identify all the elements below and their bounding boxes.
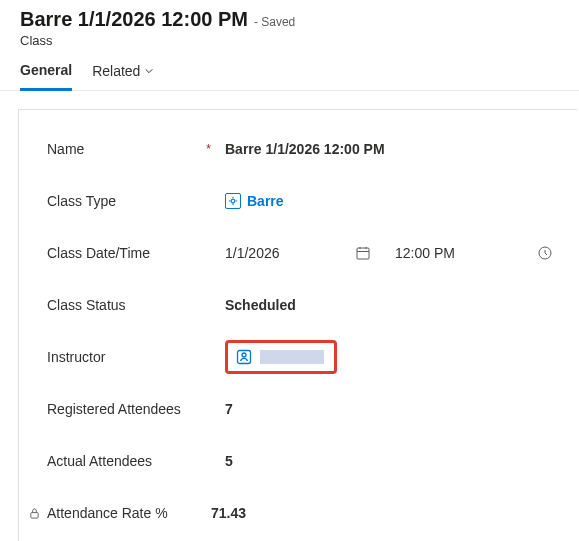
name-value: Barre 1/1/2026 12:00 PM (225, 141, 553, 157)
field-attendance-rate[interactable]: Attendance Rate % 71.43 (47, 496, 553, 530)
entity-name: Class (20, 33, 559, 48)
page-title: Barre 1/1/2026 12:00 PM (20, 8, 248, 31)
class-status-label: Class Status (47, 297, 126, 313)
registered-label: Registered Attendees (47, 401, 181, 417)
field-registered-attendees[interactable]: Registered Attendees 7 (47, 392, 553, 426)
actual-label: Actual Attendees (47, 453, 152, 469)
chevron-down-icon (144, 66, 154, 76)
tab-general[interactable]: General (20, 62, 72, 91)
date-value[interactable]: 1/1/2026 (225, 245, 355, 261)
tab-general-label: General (20, 62, 72, 78)
required-indicator: * (206, 142, 211, 156)
class-status-value: Scheduled (225, 297, 553, 313)
tab-related[interactable]: Related (92, 62, 154, 90)
instructor-highlight (225, 340, 337, 374)
lock-icon (29, 507, 43, 520)
field-instructor[interactable]: Instructor (47, 340, 553, 374)
svg-point-7 (242, 353, 246, 357)
field-class-status[interactable]: Class Status Scheduled (47, 288, 553, 322)
class-type-value: Barre (247, 193, 284, 209)
tab-list: General Related (0, 48, 579, 91)
class-datetime-label: Class Date/Time (47, 245, 150, 261)
time-value[interactable]: 12:00 PM (395, 245, 485, 261)
registered-value: 7 (225, 401, 553, 417)
class-type-label: Class Type (47, 193, 116, 209)
entity-icon (225, 193, 241, 209)
actual-value: 5 (225, 453, 553, 469)
svg-point-0 (231, 199, 235, 203)
field-actual-attendees[interactable]: Actual Attendees 5 (47, 444, 553, 478)
instructor-value-redacted[interactable] (260, 350, 324, 364)
form-header: Barre 1/1/2026 12:00 PM - Saved Class (0, 0, 579, 48)
instructor-label: Instructor (47, 349, 105, 365)
name-label: Name (47, 141, 84, 157)
clock-icon[interactable] (537, 245, 553, 261)
rate-value: 71.43 (211, 505, 553, 521)
tab-related-label: Related (92, 63, 140, 79)
field-name[interactable]: Name * Barre 1/1/2026 12:00 PM (47, 132, 553, 166)
svg-rect-8 (31, 512, 38, 518)
save-status: - Saved (254, 15, 295, 29)
field-class-datetime[interactable]: Class Date/Time 1/1/2026 12:00 PM (47, 236, 553, 270)
field-class-type[interactable]: Class Type Barre (47, 184, 553, 218)
calendar-icon[interactable] (355, 245, 371, 261)
class-type-lookup[interactable]: Barre (225, 193, 284, 209)
svg-rect-1 (357, 248, 369, 259)
rate-label: Attendance Rate % (47, 505, 168, 521)
form-body: Name * Barre 1/1/2026 12:00 PM Class Typ… (18, 109, 577, 541)
person-icon (236, 349, 252, 365)
